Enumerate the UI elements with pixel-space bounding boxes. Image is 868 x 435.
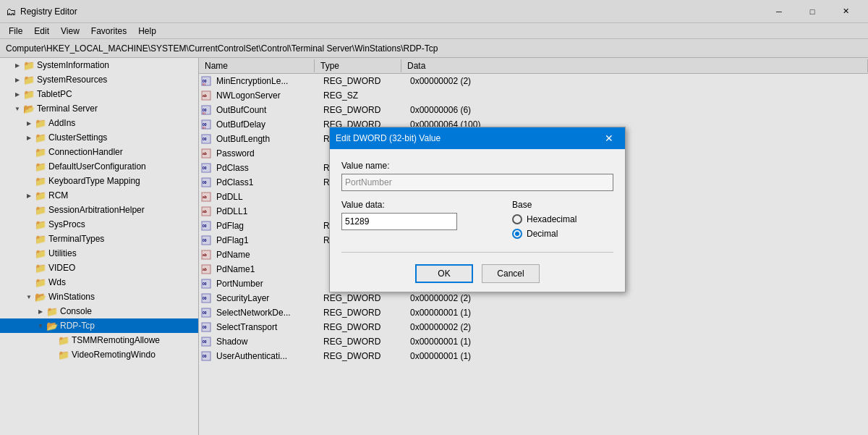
value-data-input[interactable] — [341, 213, 457, 230]
dialog-divider — [341, 252, 613, 253]
value-data-row: Value data: Base Hexadecimal Decimal — [341, 200, 613, 243]
dialog-buttons: OK Cancel — [341, 264, 613, 283]
dialog-close-button[interactable]: ✕ — [599, 128, 619, 148]
value-name-label: Value name: — [341, 161, 613, 171]
decimal-label: Decimal — [527, 229, 558, 239]
dialog-overlay: Edit DWORD (32-bit) Value ✕ Value name: … — [0, 0, 868, 435]
hexadecimal-radio-row[interactable]: Hexadecimal — [512, 214, 613, 224]
edit-dword-dialog: Edit DWORD (32-bit) Value ✕ Value name: … — [329, 127, 626, 292]
cancel-button[interactable]: Cancel — [482, 264, 540, 283]
dialog-body: Value name: Value data: Base Hexadecimal — [330, 149, 625, 292]
base-section: Base Hexadecimal Decimal — [512, 200, 613, 243]
hexadecimal-label: Hexadecimal — [527, 214, 576, 224]
ok-button[interactable]: OK — [415, 264, 473, 283]
value-name-input[interactable] — [341, 174, 613, 191]
decimal-radio-row[interactable]: Decimal — [512, 229, 613, 239]
dialog-title: Edit DWORD (32-bit) Value — [336, 133, 599, 143]
decimal-radio[interactable] — [512, 229, 522, 239]
value-data-section: Value data: — [341, 200, 501, 230]
hexadecimal-radio[interactable] — [512, 214, 522, 224]
base-label: Base — [512, 200, 613, 210]
value-data-label: Value data: — [341, 200, 501, 210]
radio-dot — [515, 232, 519, 236]
dialog-titlebar: Edit DWORD (32-bit) Value ✕ — [330, 127, 625, 149]
